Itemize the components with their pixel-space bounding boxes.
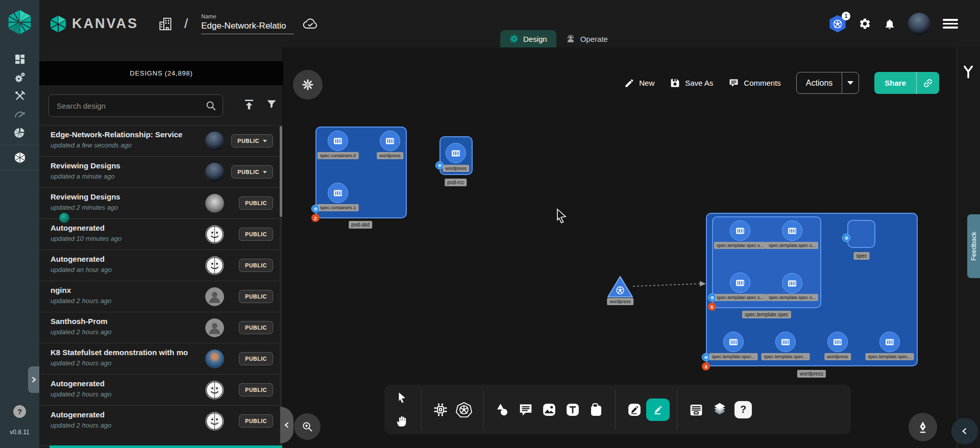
comment-tool[interactable]: [514, 399, 537, 421]
node-container[interactable]: [775, 332, 796, 352]
meshery-dock-toggle[interactable]: [293, 70, 323, 99]
design-name: Autogenerated: [51, 410, 196, 419]
design-list-item[interactable]: K8 Statefulset demonstration with mo upd…: [39, 343, 280, 374]
design-updated-time: updated a minute ago: [51, 172, 196, 180]
actions-button[interactable]: Actions: [797, 72, 842, 93]
feedback-tab[interactable]: Feedback: [967, 214, 980, 278]
design-search-input[interactable]: [49, 102, 205, 110]
pen-mode-button[interactable]: [909, 413, 937, 441]
kanvas-logo-icon[interactable]: [48, 14, 68, 34]
design-visibility-button[interactable]: PUBLIC: [239, 196, 273, 210]
text-tool[interactable]: [561, 399, 584, 421]
error-count-badge[interactable]: 2: [311, 214, 320, 222]
node-container-1[interactable]: [380, 131, 400, 151]
design-list-item[interactable]: nginx updated 2 hours ago PUBLIC: [39, 281, 280, 312]
design-name: Santhosh-Prom: [51, 317, 196, 326]
node-container[interactable]: [879, 332, 900, 352]
design-list-scrollbar[interactable]: [280, 125, 282, 445]
tab-design[interactable]: Design: [500, 30, 556, 47]
toolkit-icon[interactable]: [9, 87, 31, 105]
design-updated-time: updated 2 hours ago: [51, 297, 196, 305]
layer5-logo[interactable]: [6, 8, 34, 36]
node-container[interactable]: [827, 332, 848, 352]
triangle-label: wordpress: [607, 298, 633, 305]
note-tool[interactable]: [584, 399, 608, 421]
organization-icon[interactable]: [158, 16, 173, 32]
design-visibility-button[interactable]: PUBLIC: [239, 290, 273, 303]
design-name-input[interactable]: [201, 21, 294, 34]
kubernetes-context-switcher[interactable]: 1: [829, 15, 846, 33]
pan-hand-tool[interactable]: [390, 410, 414, 433]
breadcrumb-separator: /: [184, 16, 188, 32]
new-button[interactable]: New: [624, 78, 654, 88]
kanvas-hexagon-icon[interactable]: [9, 148, 31, 167]
extension-y-icon[interactable]: [960, 64, 976, 80]
save-as-button[interactable]: Save As: [670, 78, 713, 88]
error-count-badge[interactable]: 5: [708, 303, 716, 311]
design-list-item[interactable]: Autogenerated updated 10 minutes ago PUB…: [39, 218, 280, 250]
design-visibility-button[interactable]: PUBLIC: [239, 352, 273, 365]
design-list-item[interactable]: Autogenerated updated an hour ago PUBLIC: [39, 250, 280, 281]
node-container[interactable]: [782, 220, 802, 241]
error-count-badge[interactable]: 3: [702, 362, 710, 370]
copy-link-icon[interactable]: [917, 72, 939, 94]
design-list-item[interactable]: Autogenerated updated 2 hours ago PUBLIC: [39, 374, 280, 405]
design-list-item[interactable]: Autogenerated updated 2 hours ago PUBLIC: [39, 405, 280, 436]
shapes-tool[interactable]: [491, 399, 514, 421]
node-spec[interactable]: [847, 220, 875, 248]
sidebar-expand-handle[interactable]: [28, 366, 39, 393]
design-search-box: [48, 94, 223, 117]
design-visibility-button[interactable]: PUBLIC: [231, 165, 273, 179]
notifications-bell-icon[interactable]: [884, 18, 896, 30]
node-container-0[interactable]: [328, 131, 348, 151]
design-visibility-button[interactable]: PUBLIC: [239, 259, 273, 272]
lifecycle-gears-icon[interactable]: [9, 68, 31, 87]
context-count-badge: 1: [842, 12, 850, 20]
user-avatar[interactable]: [908, 13, 930, 35]
design-visibility-button[interactable]: PUBLIC: [231, 134, 273, 147]
comments-button[interactable]: Comments: [728, 78, 781, 88]
select-tool[interactable]: [390, 387, 414, 409]
zoom-button[interactable]: [294, 413, 321, 440]
hamburger-menu-icon[interactable]: [943, 17, 958, 31]
design-visibility-button[interactable]: PUBLIC: [239, 414, 273, 428]
share-button[interactable]: Share: [874, 72, 916, 94]
design-owner-avatar: [205, 163, 224, 182]
node-container[interactable]: [782, 273, 802, 293]
node-service-triangle[interactable]: [607, 275, 633, 298]
import-design-icon[interactable]: [242, 98, 256, 112]
node-container[interactable]: [446, 143, 466, 163]
node-container[interactable]: [730, 272, 750, 293]
media-tool[interactable]: [537, 399, 561, 421]
kubernetes-badge: [311, 205, 320, 213]
actions-dropdown-caret[interactable]: [842, 72, 859, 93]
node-container[interactable]: [730, 220, 750, 241]
operate-support-icon: [566, 34, 576, 44]
patterns-pie-icon[interactable]: [9, 123, 31, 142]
design-visibility-button[interactable]: PUBLIC: [239, 321, 273, 334]
design-visibility-button[interactable]: PUBLIC: [239, 383, 273, 396]
performance-icon[interactable]: [9, 105, 31, 123]
design-list-item[interactable]: Reviewing Designs updated 2 minutes ago …: [39, 187, 280, 218]
design-visibility-button[interactable]: PUBLIC: [239, 228, 273, 241]
node-container[interactable]: [723, 332, 744, 352]
sketch-tool[interactable]: [623, 399, 646, 421]
dashboard-icon[interactable]: [9, 50, 31, 68]
filter-funnel-icon[interactable]: [265, 98, 278, 110]
node-container-2[interactable]: [328, 183, 348, 203]
help-icon[interactable]: ?: [13, 405, 26, 418]
dock-help-tool[interactable]: ?: [731, 399, 755, 421]
design-list-item[interactable]: Reviewing Designs updated a minute ago P…: [39, 156, 280, 187]
design-list-item[interactable]: Edge-Network-Relationship: Service updat…: [39, 125, 280, 156]
components-tool[interactable]: [429, 399, 452, 421]
kubernetes-tool[interactable]: [452, 399, 476, 421]
saved-content-tool[interactable]: [684, 399, 708, 421]
share-split-button: Share: [874, 72, 939, 94]
settings-gear-icon[interactable]: [859, 17, 871, 30]
draw-tool[interactable]: [646, 399, 670, 421]
design-canvas[interactable]: New Save As Comments Actions Share: [283, 47, 957, 448]
tab-operate[interactable]: Operate: [556, 30, 617, 47]
rail-collapse-button[interactable]: [951, 418, 978, 444]
design-list-item[interactable]: Santhosh-Prom updated 2 hours ago PUBLIC: [39, 312, 280, 343]
layers-tool[interactable]: [708, 399, 731, 421]
